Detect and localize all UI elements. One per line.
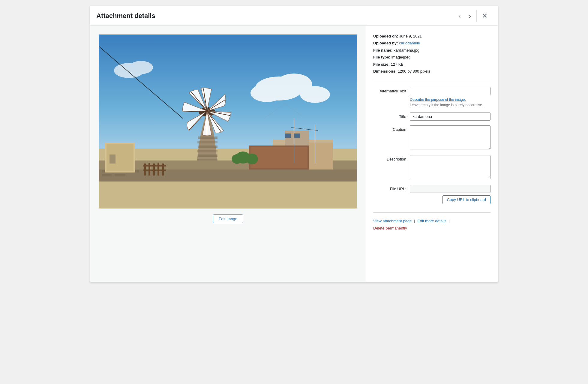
- title-label: Title: [373, 112, 406, 119]
- modal-header: Attachment details ‹ › ✕: [90, 6, 498, 26]
- svg-point-4: [250, 84, 284, 102]
- prev-button[interactable]: ‹: [454, 10, 465, 21]
- alt-text-field: Describe the purpose of the image. Leave…: [410, 87, 490, 108]
- form-section: Alternative Text Describe the purpose of…: [373, 87, 490, 204]
- image-panel: Edit Image: [90, 26, 366, 282]
- edit-more-details-link[interactable]: Edit more details: [417, 219, 446, 223]
- title-input[interactable]: [410, 112, 490, 121]
- description-label: Description: [373, 155, 406, 161]
- file-type-row: File type: image/jpeg: [373, 54, 490, 61]
- caption-label: Caption: [373, 125, 406, 132]
- modal-body: Edit Image Uploaded on: June 9, 2021 Upl…: [90, 26, 498, 282]
- alt-text-hint: Describe the purpose of the image. Leave…: [410, 97, 490, 108]
- uploaded-on-label: Uploaded on:: [373, 34, 398, 38]
- alt-text-label: Alternative Text: [373, 87, 406, 93]
- file-url-field: Copy URL to clipboard: [410, 185, 490, 204]
- file-name-value: kardamena.jpg: [394, 48, 419, 52]
- svg-rect-59: [143, 170, 166, 171]
- caption-input[interactable]: [410, 125, 490, 149]
- description-input[interactable]: [410, 155, 490, 179]
- dimensions-label: Dimensions:: [373, 69, 397, 74]
- svg-rect-33: [309, 142, 333, 170]
- header-divider: [476, 10, 477, 22]
- file-url-label: File URL:: [373, 185, 406, 191]
- svg-rect-10: [197, 141, 218, 143]
- alt-text-row: Alternative Text Describe the purpose of…: [373, 87, 490, 108]
- svg-rect-37: [294, 134, 300, 138]
- view-attachment-link[interactable]: View attachment page: [373, 219, 412, 223]
- uploaded-on-row: Uploaded on: June 9, 2021: [373, 33, 490, 40]
- image-display: [99, 34, 357, 208]
- meta-section: Uploaded on: June 9, 2021 Uploaded by: c…: [373, 33, 490, 81]
- details-panel: Uploaded on: June 9, 2021 Uploaded by: c…: [366, 26, 498, 282]
- description-row: Description: [373, 155, 490, 180]
- svg-rect-58: [143, 165, 166, 166]
- svg-rect-35: [250, 147, 308, 168]
- file-name-label: File name:: [373, 48, 392, 52]
- modal-title: Attachment details: [96, 12, 454, 20]
- description-field: [410, 155, 490, 180]
- svg-rect-9: [198, 136, 218, 139]
- title-field: [410, 112, 490, 121]
- svg-rect-54: [148, 163, 150, 176]
- uploaded-by-label: Uploaded by:: [373, 41, 398, 45]
- file-url-input[interactable]: [410, 185, 490, 193]
- svg-rect-56: [158, 163, 159, 176]
- svg-point-40: [232, 154, 242, 164]
- edit-image-button[interactable]: Edit Image: [213, 214, 243, 223]
- next-button[interactable]: ›: [465, 10, 475, 21]
- close-icon: ✕: [482, 13, 488, 19]
- footer-links: View attachment page | Edit more details…: [373, 212, 490, 232]
- dimensions-row: Dimensions: 1200 by 800 pixels: [373, 68, 490, 75]
- chevron-left-icon: ‹: [459, 13, 461, 19]
- uploaded-by-link[interactable]: carlodaniele: [399, 41, 420, 45]
- svg-rect-52: [110, 154, 116, 164]
- file-size-label: File size:: [373, 62, 390, 67]
- dimensions-value: 1200 by 800 pixels: [398, 69, 430, 74]
- file-url-row: File URL: Copy URL to clipboard: [373, 185, 490, 204]
- svg-rect-11: [198, 146, 218, 148]
- alt-text-link[interactable]: Describe the purpose of the image.: [410, 98, 466, 102]
- caption-row: Caption: [373, 125, 490, 150]
- uploaded-on-value: June 9, 2021: [399, 34, 422, 38]
- file-size-row: File size: 127 KB: [373, 61, 490, 68]
- caption-field: [410, 125, 490, 150]
- delete-permanently-link[interactable]: Delete permanently: [373, 226, 407, 230]
- alt-text-hint-text: Leave empty if the image is purely decor…: [410, 103, 483, 107]
- close-button[interactable]: ✕: [478, 10, 492, 22]
- svg-rect-12: [197, 150, 218, 152]
- copy-url-button[interactable]: Copy URL to clipboard: [442, 195, 490, 204]
- svg-rect-45: [102, 174, 112, 176]
- header-nav: ‹ › ✕: [454, 10, 492, 22]
- svg-point-5: [300, 86, 330, 103]
- svg-rect-13: [198, 154, 218, 157]
- uploaded-by-row: Uploaded by: carlodaniele: [373, 40, 490, 46]
- svg-rect-36: [285, 134, 291, 138]
- svg-point-7: [129, 61, 153, 74]
- file-type-label: File type:: [373, 55, 390, 59]
- file-type-value: image/jpeg: [392, 55, 411, 59]
- chevron-right-icon: ›: [469, 13, 471, 19]
- alt-text-input[interactable]: [410, 87, 490, 95]
- file-size-value: 127 KB: [391, 62, 404, 67]
- svg-point-39: [246, 154, 258, 164]
- svg-rect-46: [115, 174, 125, 176]
- title-row: Title: [373, 112, 490, 121]
- file-name-row: File name: kardamena.jpg: [373, 47, 490, 54]
